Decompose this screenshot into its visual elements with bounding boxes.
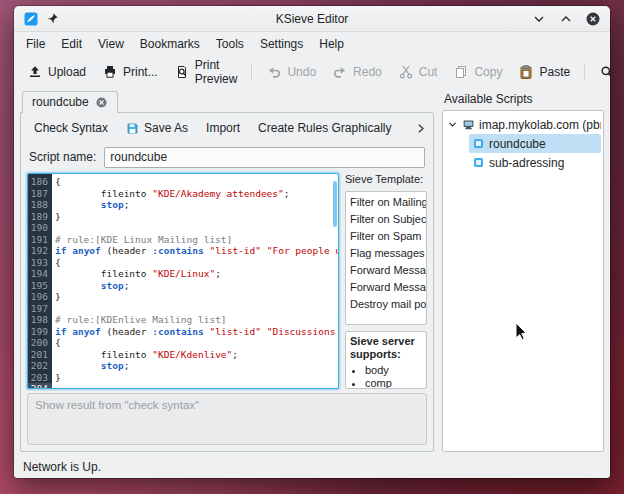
- line-number: 199: [28, 326, 52, 338]
- toolbar-button-copy[interactable]: Copy: [446, 60, 509, 84]
- redo-icon: [332, 64, 348, 80]
- template-item-forward-message[interactable]: Forward Message: [346, 279, 426, 296]
- line-number: 203: [28, 372, 52, 384]
- toolbar-button-label: Print Preview: [195, 58, 238, 86]
- script-toolbar-button-label: Import: [206, 121, 240, 135]
- toolbar-button-find[interactable]: Find...: [592, 60, 610, 84]
- app-icon[interactable]: [23, 11, 39, 27]
- template-item-destroy-mail-posted-by[interactable]: Destroy mail posted by: [346, 296, 426, 313]
- line-number: 196: [28, 291, 52, 303]
- line-number: 189: [28, 211, 52, 223]
- script-toolbar-button-label: Save As: [144, 121, 188, 135]
- tabbar: roundcube: [20, 90, 434, 112]
- undo-icon: [266, 64, 282, 80]
- script-name-input[interactable]: [104, 147, 425, 168]
- menu-bookmarks[interactable]: Bookmarks: [132, 34, 208, 54]
- code-line: stop;: [55, 199, 338, 211]
- code-line: [55, 222, 338, 234]
- toolbar-button-redo[interactable]: Redo: [325, 60, 389, 84]
- toolbar-button-label: Undo: [287, 65, 316, 79]
- capability-item: body: [365, 364, 422, 377]
- script-toolbar-button-create-rules-graphically[interactable]: Create Rules Graphically: [251, 117, 398, 139]
- menu-edit[interactable]: Edit: [53, 34, 90, 54]
- sieve-code-editor[interactable]: 1861871881891901911921931941951961971981…: [27, 173, 339, 389]
- code-line: fileinto "KDE/Akademy attendees";: [55, 188, 338, 200]
- toolbar-button-label: Redo: [353, 65, 382, 79]
- toolbar-overflow-button[interactable]: [414, 122, 427, 135]
- toolbar-button-print-preview[interactable]: Print Preview: [167, 54, 245, 90]
- toolbar-button-upload[interactable]: Upload: [20, 60, 93, 84]
- line-number: 202: [28, 360, 52, 372]
- editor-scrollbar[interactable]: [333, 181, 337, 227]
- code-line: {: [55, 337, 338, 349]
- pin-icon[interactable]: [46, 12, 59, 25]
- printer-icon: [102, 64, 118, 80]
- minimize-button[interactable]: [531, 11, 547, 27]
- toolbar-button-cut[interactable]: Cut: [391, 60, 445, 84]
- code-line: # rule:[KDE Linux Mailing list]: [55, 234, 338, 246]
- code-line: [55, 383, 338, 388]
- sieve-server-supports-title: Sieve server supports:: [350, 335, 422, 361]
- tab-label: roundcube: [32, 95, 89, 109]
- statusbar: Network is Up.: [14, 456, 610, 478]
- menu-file[interactable]: File: [18, 34, 53, 54]
- desktop: KSieve Editor FileEditViewBookmarksTools…: [0, 0, 624, 494]
- code-line: }: [55, 372, 338, 384]
- menu-tools[interactable]: Tools: [208, 34, 252, 54]
- available-scripts-tree: imap.mykolab.com (pbro...roundcubesub-ad…: [442, 110, 604, 452]
- line-number: 204: [28, 383, 52, 389]
- code-line: {: [55, 176, 338, 188]
- print-preview-icon: [174, 64, 190, 80]
- window-title: KSieve Editor: [14, 12, 610, 26]
- server-icon: [462, 118, 475, 131]
- code-line: stop;: [55, 280, 338, 292]
- script-toolbar: Check SyntaxSave AsImportCreate Rules Gr…: [21, 113, 433, 143]
- maximize-button[interactable]: [558, 11, 574, 27]
- template-item-filter-on-subject[interactable]: Filter on Subject: [346, 211, 426, 228]
- menu-settings[interactable]: Settings: [252, 34, 311, 54]
- main-toolbar: UploadPrint...Print PreviewUndoRedoCutCo…: [14, 56, 610, 88]
- menu-view[interactable]: View: [90, 34, 132, 54]
- window-titlebar[interactable]: KSieve Editor: [14, 6, 610, 32]
- expander-icon[interactable]: [447, 119, 458, 130]
- menu-help[interactable]: Help: [311, 34, 352, 54]
- tree-item-sub-adressing[interactable]: sub-adressing: [469, 153, 601, 172]
- template-item-forward-message[interactable]: Forward Message: [346, 262, 426, 279]
- script-toolbar-button-import[interactable]: Import: [199, 117, 247, 139]
- available-scripts-header: Available Scripts: [442, 90, 604, 110]
- toolbar-separator: [251, 63, 252, 81]
- mouse-cursor: [515, 322, 528, 344]
- code-line: }: [55, 291, 338, 303]
- code-line: fileinto "KDE/Kdenlive";: [55, 349, 338, 361]
- code-area[interactable]: { fileinto "KDE/Akademy attendees"; stop…: [52, 174, 338, 388]
- template-item-flag-messages[interactable]: Flag messages: [346, 245, 426, 262]
- toolbar-separator: [584, 63, 585, 81]
- toolbar-button-print[interactable]: Print...: [95, 60, 165, 84]
- script-label: roundcube: [489, 137, 546, 151]
- close-button[interactable]: [585, 11, 601, 27]
- template-item-filter-on-spam[interactable]: Filter on Spam: [346, 228, 426, 245]
- toolbar-button-label: Cut: [419, 65, 438, 79]
- script-toolbar-button-check-syntax[interactable]: Check Syntax: [27, 117, 115, 139]
- line-number: 194: [28, 268, 52, 280]
- line-number: 191: [28, 234, 52, 246]
- tab-close-icon[interactable]: [95, 96, 108, 109]
- line-number-gutter: 1861871881891901911921931941951961971981…: [28, 174, 52, 388]
- save-icon: [126, 122, 139, 135]
- sieve-server-supports-box: Sieve server supports: bodycomp: [345, 331, 427, 389]
- line-number: 200: [28, 337, 52, 349]
- line-number: 192: [28, 245, 52, 257]
- line-number: 186: [28, 176, 52, 188]
- editor-frame: Check SyntaxSave AsImportCreate Rules Gr…: [20, 112, 434, 452]
- tree-item-roundcube[interactable]: roundcube: [469, 134, 601, 153]
- tab-roundcube[interactable]: roundcube: [22, 91, 118, 113]
- cut-icon: [398, 64, 414, 80]
- template-item-filter-on-mailinglist[interactable]: Filter on Mailinglist: [346, 194, 426, 211]
- toolbar-button-undo[interactable]: Undo: [259, 60, 323, 84]
- capability-list: bodycomp: [365, 364, 422, 389]
- script-toolbar-button-save-as[interactable]: Save As: [119, 117, 195, 139]
- ksieve-editor-window: KSieve Editor FileEditViewBookmarksTools…: [14, 6, 610, 478]
- tree-item-server[interactable]: imap.mykolab.com (pbro...: [445, 115, 601, 134]
- toolbar-button-paste[interactable]: Paste: [511, 60, 577, 84]
- script-label: sub-adressing: [489, 156, 564, 170]
